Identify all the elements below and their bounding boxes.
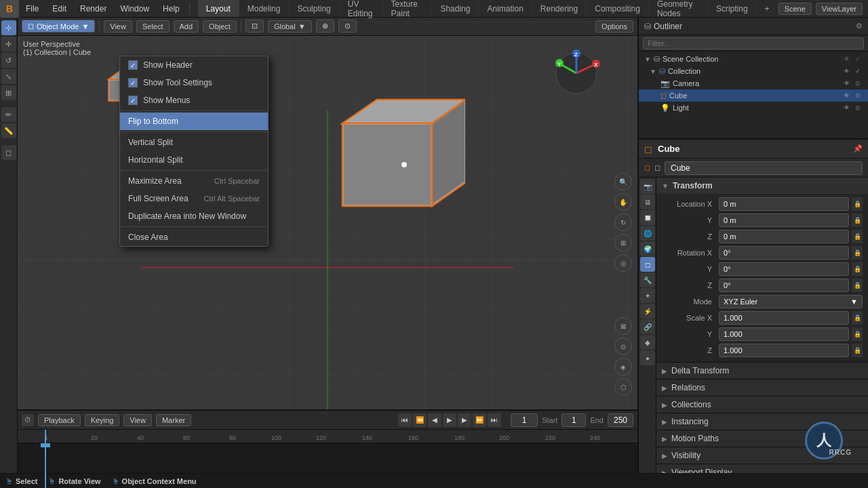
transform-pivot[interactable]: ⊡	[245, 20, 264, 33]
tab-compositing[interactable]: Compositing	[587, 0, 649, 17]
select-menu[interactable]: Select	[136, 20, 170, 33]
rotation-y-field[interactable]: 0°	[719, 262, 849, 276]
tab-uv-editing[interactable]: UV Editing	[340, 0, 383, 17]
scale-z-field[interactable]: 1.000	[719, 344, 849, 357]
local-view-btn[interactable]: ◎	[614, 254, 632, 272]
prop-tab-particles[interactable]: ✦	[640, 288, 655, 303]
tab-modeling[interactable]: Modeling	[239, 0, 290, 17]
prop-tab-data[interactable]: ◆	[640, 335, 655, 350]
keying-menu[interactable]: Keying	[85, 414, 120, 426]
scale-y-field[interactable]: 1.000	[719, 327, 849, 341]
perspective-btn[interactable]: ⊞	[614, 234, 632, 251]
dropdown-vertical-split[interactable]: Vertical Split	[120, 134, 268, 151]
outliner-filter-btn[interactable]: ⚙	[856, 22, 863, 30]
menu-edit[interactable]: Edit	[45, 0, 73, 17]
tool-move[interactable]: ✛	[1, 37, 16, 52]
mode-selector[interactable]: ◻ Object Mode ▼	[22, 20, 95, 33]
prop-tab-material[interactable]: ●	[640, 350, 655, 365]
tool-measure[interactable]: 📏	[1, 123, 16, 138]
object-name-input[interactable]: Cube	[665, 161, 863, 175]
current-frame[interactable]: 1	[511, 413, 538, 427]
pan-btn[interactable]: ✋	[614, 193, 632, 211]
camera-visibility[interactable]: 👁	[842, 79, 851, 88]
end-frame[interactable]: 250	[608, 413, 633, 427]
location-x-lock[interactable]: 🔒	[852, 197, 863, 211]
scene-collection-exclude[interactable]: ✓	[853, 54, 863, 64]
dropdown-show-menus[interactable]: ✓ Show Menus	[120, 92, 268, 109]
prop-tab-view[interactable]: 🔲	[640, 210, 655, 225]
outliner-item-collection[interactable]: ▼ ⛁ Collection 👁 ✓	[639, 65, 868, 77]
tool-transform[interactable]: ⊞	[1, 85, 16, 100]
next-keyframe-btn[interactable]: ⏩	[473, 413, 486, 427]
prop-tab-scene[interactable]: 🌐	[640, 226, 655, 241]
dropdown-show-header[interactable]: ✓ Show Header	[120, 56, 268, 74]
tab-animation[interactable]: Animation	[479, 0, 532, 17]
prop-tab-constraints[interactable]: 🔗	[640, 319, 655, 334]
light-visibility[interactable]: 👁	[842, 103, 851, 113]
tab-texture-paint[interactable]: Texture Paint	[383, 0, 433, 17]
prop-tab-render[interactable]: 📷	[640, 179, 655, 194]
outliner-item-scene-collection[interactable]: ▼ ⛁ Scene Collection 👁 ✓	[639, 53, 868, 65]
add-menu[interactable]: Add	[174, 20, 199, 33]
viewport-overlay-btn[interactable]: ⊙	[614, 338, 632, 355]
viewport-tools-btn[interactable]: ⊠	[614, 317, 632, 335]
scale-y-lock[interactable]: 🔒	[852, 327, 863, 341]
dropdown-horizontal-split[interactable]: Horizontal Split	[120, 151, 268, 169]
tool-scale[interactable]: ⤡	[1, 69, 16, 84]
location-z-field[interactable]: 0 m	[719, 230, 849, 243]
proportional-edit[interactable]: ⊙	[338, 20, 357, 33]
menu-file[interactable]: File	[19, 0, 45, 17]
scale-z-lock[interactable]: 🔒	[852, 344, 863, 357]
location-x-field[interactable]: 0 m	[719, 197, 849, 211]
viewport-xray-btn[interactable]: ◈	[614, 358, 632, 375]
scene-collection-visibility[interactable]: 👁	[842, 54, 851, 64]
jump-end-btn[interactable]: ⏭	[488, 413, 501, 427]
dropdown-flip-to-bottom[interactable]: Flip to Bottom	[120, 113, 268, 130]
tab-shading[interactable]: Shading	[432, 0, 479, 17]
rotation-y-lock[interactable]: 🔒	[852, 262, 863, 276]
collection-visibility[interactable]: 👁	[842, 66, 851, 76]
tab-geometry-nodes[interactable]: Geometry Nodes	[649, 0, 708, 17]
rotate-btn[interactable]: ↻	[614, 214, 632, 231]
step-forward-btn[interactable]: ▶	[458, 413, 471, 427]
play-btn[interactable]: ▶	[443, 413, 456, 427]
delta-transform-header[interactable]: ▶ Delta Transform	[656, 363, 868, 379]
viewlayer-selector[interactable]: ViewLayer	[816, 3, 863, 15]
outliner-item-light[interactable]: 💡 Light 👁 ⊙	[639, 102, 868, 114]
mode-select[interactable]: XYZ Euler ▼	[719, 295, 863, 308]
scale-x-field[interactable]: 1.000	[719, 311, 849, 325]
viewport-render-btn[interactable]: ⬡	[614, 378, 632, 396]
options-btn[interactable]: Options	[595, 20, 633, 33]
dropdown-duplicate-area[interactable]: Duplicate Area into New Window	[120, 207, 268, 225]
tool-rotate[interactable]: ↺	[1, 53, 16, 68]
transform-orientation[interactable]: Global ▼	[268, 20, 312, 33]
cube-visibility[interactable]: 👁	[842, 91, 851, 100]
menu-help[interactable]: Help	[156, 0, 186, 17]
rotation-x-field[interactable]: 0°	[719, 246, 849, 260]
rotation-z-field[interactable]: 0°	[719, 279, 849, 292]
object-menu[interactable]: Object	[203, 20, 237, 33]
collection-exclude[interactable]: ✓	[853, 66, 863, 76]
snapping[interactable]: ⊕	[316, 20, 334, 33]
camera-select[interactable]: ⊙	[853, 79, 863, 88]
dropdown-full-screen-area[interactable]: Full Screen Area Ctrl Alt Spacebar	[120, 190, 268, 207]
view-menu-timeline[interactable]: View	[123, 414, 152, 426]
location-y-field[interactable]: 0 m	[719, 214, 849, 227]
playback-menu[interactable]: Playback	[38, 414, 81, 426]
marker-menu[interactable]: Marker	[156, 414, 191, 426]
tool-annotate[interactable]: ✏	[1, 107, 16, 122]
prop-tab-physics[interactable]: ⚡	[640, 304, 655, 319]
transform-header[interactable]: ▼ Transform	[656, 178, 868, 194]
menu-render[interactable]: Render	[73, 0, 113, 17]
gizmo[interactable]: X Y Z	[553, 49, 600, 97]
rotation-z-lock[interactable]: 🔒	[852, 279, 863, 292]
timeline-icon[interactable]: ⏱	[22, 414, 34, 426]
tab-scripting[interactable]: Scripting	[708, 0, 757, 17]
outliner-item-cube[interactable]: ◻ Cube 👁 ⊙	[639, 89, 868, 102]
tool-cursor[interactable]: ⊹	[1, 20, 16, 35]
dropdown-show-tool-settings[interactable]: ✓ Show Tool Settings	[120, 74, 268, 92]
light-select[interactable]: ⊙	[853, 103, 863, 113]
tab-add[interactable]: +	[757, 0, 778, 17]
view-menu[interactable]: View	[104, 20, 132, 33]
jump-start-btn[interactable]: ⏮	[398, 413, 412, 427]
